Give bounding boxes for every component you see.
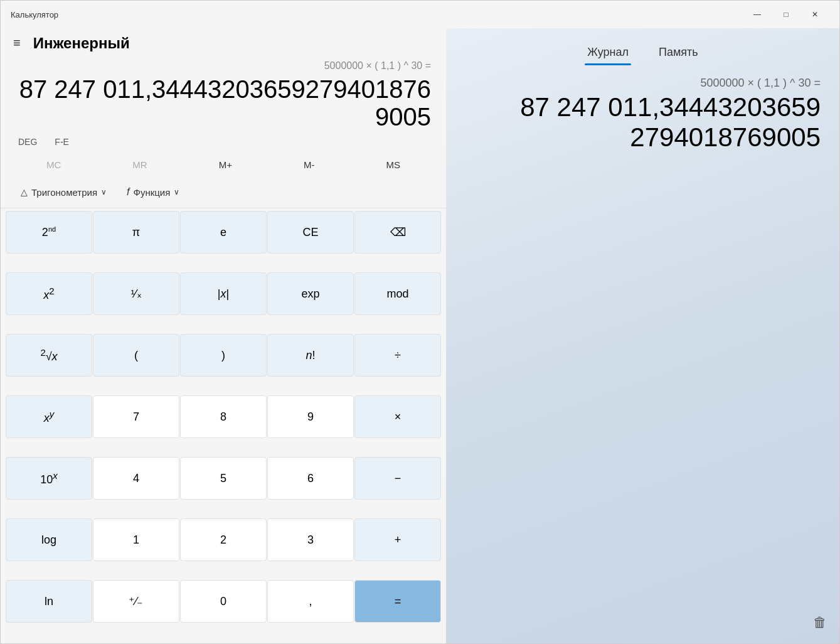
title-bar-left: Калькулятор [11, 10, 58, 19]
btn-sqrt[interactable]: 2√x [6, 334, 92, 377]
btn-0[interactable]: 0 [180, 580, 267, 623]
btn-exp[interactable]: exp [267, 272, 354, 315]
mc-button[interactable]: MC [39, 156, 68, 174]
clear-history-button[interactable]: 🗑 [808, 609, 832, 636]
mminus-button[interactable]: M- [296, 156, 322, 174]
trash-icon: 🗑 [813, 614, 827, 630]
deg-mode-button[interactable]: DEG [16, 136, 40, 148]
btn-5[interactable]: 5 [180, 457, 267, 500]
btn-lparen[interactable]: ( [93, 334, 179, 377]
history-result-line1: 87 247 011,34443203659 [520, 92, 821, 122]
btn-3[interactable]: 3 [267, 518, 354, 561]
tabs-row: Журнал Память [446, 28, 839, 64]
btn-plusminus[interactable]: ⁺∕₋ [93, 580, 179, 623]
btn-backspace[interactable]: ⌫ [354, 211, 441, 254]
btn-ln[interactable]: ln [6, 580, 92, 623]
right-pane: Журнал Память 5000000 × ( 1,1 ) ^ 30 = 8… [446, 28, 839, 643]
fe-mode-button[interactable]: F-E [52, 136, 72, 148]
btn-1[interactable]: 1 [93, 518, 179, 561]
memory-tab[interactable]: Память [656, 41, 701, 64]
history-area: 5000000 × ( 1,1 ) ^ 30 = 87 247 011,3444… [446, 64, 839, 643]
main-content: ≡ Инженерный 5000000 × ( 1,1 ) ^ 30 = 87… [1, 28, 839, 643]
btn-2nd[interactable]: 2nd [6, 211, 92, 254]
mode-row: DEG F-E [1, 133, 446, 151]
history-result-line2: 2794018769005 [520, 122, 821, 153]
btn-rparen[interactable]: ) [180, 334, 267, 377]
btn-xpow[interactable]: xy [6, 395, 92, 438]
func-icon: f [127, 186, 129, 198]
ms-button[interactable]: MS [378, 156, 408, 174]
func-chevron-icon: ∨ [174, 188, 179, 196]
btn-factorial[interactable]: n! [267, 334, 354, 377]
trig-label: Тригонометрия [31, 187, 97, 198]
triangle-icon: △ [21, 187, 28, 197]
btn-2[interactable]: 2 [180, 518, 267, 561]
memory-row: MC MR M+ M- MS [1, 151, 446, 179]
expression-display: 5000000 × ( 1,1 ) ^ 30 = [16, 60, 431, 75]
btn-4[interactable]: 4 [93, 457, 179, 500]
display-area: 5000000 × ( 1,1 ) ^ 30 = 87 247 011,3444… [1, 55, 446, 133]
title-bar-controls: — □ ✕ [743, 4, 829, 24]
btn-8[interactable]: 8 [180, 395, 267, 438]
menu-button[interactable]: ≡ [11, 33, 23, 53]
button-grid: 2nd π e CE ⌫ x2 ¹∕ₓ [1, 208, 446, 643]
btn-e[interactable]: e [180, 211, 267, 254]
btn-div[interactable]: ÷ [354, 334, 441, 377]
calc-header: ≡ Инженерный [1, 28, 446, 55]
maximize-button[interactable]: □ [772, 4, 800, 24]
close-button[interactable]: ✕ [800, 4, 829, 24]
history-result: 87 247 011,34443203659 2794018769005 [520, 92, 821, 153]
btn-x2[interactable]: x2 [6, 272, 92, 315]
func-label: Функция [133, 187, 170, 198]
btn-ce[interactable]: CE [267, 211, 354, 254]
mr-button[interactable]: MR [125, 156, 154, 174]
btn-inv[interactable]: ¹∕ₓ [93, 272, 179, 315]
title-bar: Калькулятор — □ ✕ [1, 1, 839, 28]
btn-comma[interactable]: , [267, 580, 354, 623]
mplus-button[interactable]: M+ [211, 156, 240, 174]
btn-equals[interactable]: = [354, 580, 441, 623]
btn-7[interactable]: 7 [93, 395, 179, 438]
btn-mul[interactable]: × [354, 395, 441, 438]
minimize-button[interactable]: — [743, 4, 772, 24]
func-dropdown-button[interactable]: f Функция ∨ [117, 181, 189, 203]
calculator-pane: ≡ Инженерный 5000000 × ( 1,1 ) ^ 30 = 87… [1, 28, 446, 643]
calc-title: Инженерный [33, 35, 130, 52]
trig-dropdown-button[interactable]: △ Тригонометрия ∨ [11, 181, 117, 203]
trig-func-row: △ Тригонометрия ∨ f Функция ∨ [1, 179, 446, 208]
btn-log[interactable]: log [6, 518, 92, 561]
history-expression: 5000000 × ( 1,1 ) ^ 30 = [700, 77, 821, 90]
main-display: 87 247 011,3444320365927940187690​05 [16, 75, 431, 131]
btn-pi[interactable]: π [93, 211, 179, 254]
window-title: Калькулятор [11, 10, 58, 19]
btn-sub[interactable]: − [354, 457, 441, 500]
journal-tab[interactable]: Журнал [585, 41, 631, 64]
btn-10x[interactable]: 10x [6, 457, 92, 500]
btn-6[interactable]: 6 [267, 457, 354, 500]
calculator-window: Калькулятор — □ ✕ ≡ Инженерный 5000000 ×… [0, 0, 840, 644]
btn-add[interactable]: + [354, 518, 441, 561]
trig-chevron-icon: ∨ [101, 188, 107, 196]
btn-9[interactable]: 9 [267, 395, 354, 438]
btn-abs[interactable]: |x| [180, 272, 267, 315]
btn-mod[interactable]: mod [354, 272, 441, 315]
